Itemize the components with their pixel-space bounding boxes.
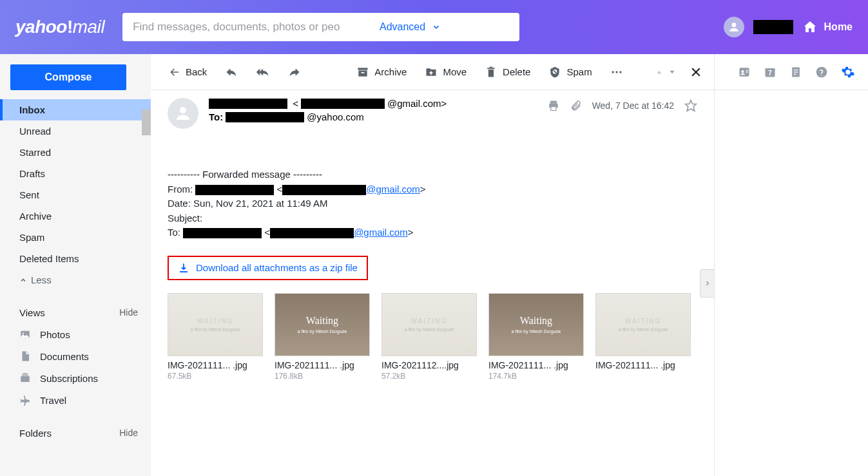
message-header: < @gmail.com> To: @yahoo.com <box>168 98 697 129</box>
download-all-link[interactable]: Download all attachments as a zip file <box>168 256 368 280</box>
svg-rect-7 <box>23 374 28 375</box>
svg-rect-10 <box>362 72 365 73</box>
spam-button[interactable]: Spam <box>542 62 598 82</box>
message-toolbar: Back Archive Move <box>151 54 714 90</box>
folder-less-toggle[interactable]: Less <box>0 269 151 290</box>
search-icon <box>477 20 492 34</box>
help-icon[interactable] <box>815 66 828 79</box>
svg-point-0 <box>480 23 488 31</box>
fwd-subject: Subject: <box>168 211 697 226</box>
view-subscriptions[interactable]: Subscriptions <box>0 367 151 389</box>
view-label: Travel <box>40 395 66 406</box>
fwd-to-close: > <box>408 227 414 238</box>
star-icon[interactable] <box>684 99 697 112</box>
attachment-name: IMG-2021112....jpg <box>381 360 477 370</box>
svg-point-16 <box>612 71 613 73</box>
svg-point-36 <box>816 66 827 77</box>
attachment-thumb[interactable]: WAITINGa film by Nitesh Durgude <box>381 293 477 356</box>
view-documents[interactable]: Documents <box>0 345 151 367</box>
folders-hide[interactable]: Hide <box>119 428 138 439</box>
settings-icon[interactable] <box>841 65 855 79</box>
view-photos[interactable]: Photos <box>0 323 151 345</box>
archive-button[interactable]: Archive <box>350 62 413 82</box>
forward-icon <box>288 66 301 79</box>
folder-unread[interactable]: Unread <box>0 120 151 142</box>
close-icon <box>690 66 702 79</box>
view-label: Documents <box>40 351 89 362</box>
user-avatar[interactable] <box>724 17 744 37</box>
archive-icon <box>356 66 369 79</box>
notepad-icon[interactable] <box>789 66 802 79</box>
folder-starred[interactable]: Starred <box>0 142 151 163</box>
folder-deleted[interactable]: Deleted Items <box>0 248 151 269</box>
chevron-down-icon <box>432 23 441 32</box>
attachment-thumb[interactable]: Waitinga film by Nitesh Durgude <box>488 293 584 356</box>
folder-inbox[interactable]: Inbox <box>0 99 151 120</box>
expand-panel-button[interactable] <box>700 269 714 298</box>
user-name-redacted <box>753 20 793 34</box>
move-icon <box>425 66 438 79</box>
fwd-from-email-redacted <box>282 185 366 195</box>
fwd-from-open: < <box>277 184 283 195</box>
attachment-item: WAITINGa film by Nitesh Durgude IMG-2021… <box>168 293 263 381</box>
views-header: Views Hide <box>0 302 151 323</box>
home-link[interactable]: Home <box>802 19 853 35</box>
svg-rect-5 <box>21 376 30 382</box>
views-hide[interactable]: Hide <box>119 307 138 318</box>
attachment-thumb[interactable]: Waitinga film by Nitesh Durgude <box>275 293 370 356</box>
nav-down-icon[interactable] <box>668 68 677 77</box>
home-label: Home <box>824 21 853 33</box>
fwd-to-name-redacted <box>183 228 262 238</box>
sender-avatar[interactable] <box>168 98 198 129</box>
calendar-button[interactable]: 7 <box>764 66 776 79</box>
compose-button[interactable]: Compose <box>10 64 126 90</box>
more-icon <box>610 66 623 79</box>
folder-sent[interactable]: Sent <box>0 184 151 205</box>
print-icon[interactable] <box>547 99 560 112</box>
spam-icon <box>548 66 561 79</box>
sidebar-scrollbar[interactable] <box>142 109 151 135</box>
fwd-from-label: From: <box>168 184 193 195</box>
attachment-item: WAITINGa film by Nitesh Durgude IMG-2021… <box>381 293 477 381</box>
search-button[interactable] <box>450 13 519 41</box>
nav-up-icon[interactable] <box>655 68 664 77</box>
fwd-to: To: <@gmail.com> <box>168 225 697 240</box>
reply-all-button[interactable] <box>249 62 276 82</box>
back-button[interactable]: Back <box>162 62 213 82</box>
attachments-grid: WAITINGa film by Nitesh Durgude IMG-2021… <box>168 293 697 381</box>
main-layout: Compose Inbox Unread Starred Drafts Sent… <box>0 54 868 476</box>
svg-rect-13 <box>490 66 493 68</box>
fwd-date-label: Date: <box>168 198 193 209</box>
reply-button[interactable] <box>218 62 244 82</box>
contacts-icon[interactable] <box>738 66 751 79</box>
from-email-redacted <box>301 99 385 109</box>
fwd-to-link[interactable]: @gmail.com <box>354 227 408 238</box>
more-button[interactable] <box>604 62 630 82</box>
forward-button[interactable] <box>282 62 307 82</box>
attachment-item: Waitinga film by Nitesh Durgude IMG-2021… <box>488 293 584 381</box>
folder-drafts[interactable]: Drafts <box>0 163 151 184</box>
search-input[interactable] <box>122 21 371 33</box>
attachment-thumb[interactable]: WAITINGa film by Nitesh Durgude <box>168 293 263 356</box>
yahoo-mail-logo[interactable]: yahoo!mail <box>15 17 104 37</box>
delete-button[interactable]: Delete <box>478 62 537 82</box>
folder-spam[interactable]: Spam <box>0 227 151 248</box>
search-container: Advanced <box>122 13 519 41</box>
document-icon <box>19 350 31 362</box>
move-button[interactable]: Move <box>418 62 473 82</box>
attachment-thumb[interactable]: WAITINGa film by Nitesh Durgude <box>595 293 691 356</box>
fwd-from-link[interactable]: @gmail.com <box>366 184 420 195</box>
attachment-name: IMG-2021111... .jpg <box>168 360 263 370</box>
folder-archive[interactable]: Archive <box>0 205 151 227</box>
svg-rect-12 <box>488 69 494 77</box>
close-button[interactable] <box>690 66 702 79</box>
view-travel[interactable]: Travel <box>0 389 151 411</box>
advanced-search[interactable]: Advanced <box>371 21 450 33</box>
trash-icon <box>485 66 497 79</box>
subscriptions-icon <box>19 372 31 384</box>
download-icon <box>178 262 189 274</box>
download-all-label: Download all attachments as a zip file <box>196 262 358 273</box>
arrow-left-icon <box>169 66 180 78</box>
attachment-icon[interactable] <box>570 100 582 111</box>
move-label: Move <box>443 66 467 77</box>
